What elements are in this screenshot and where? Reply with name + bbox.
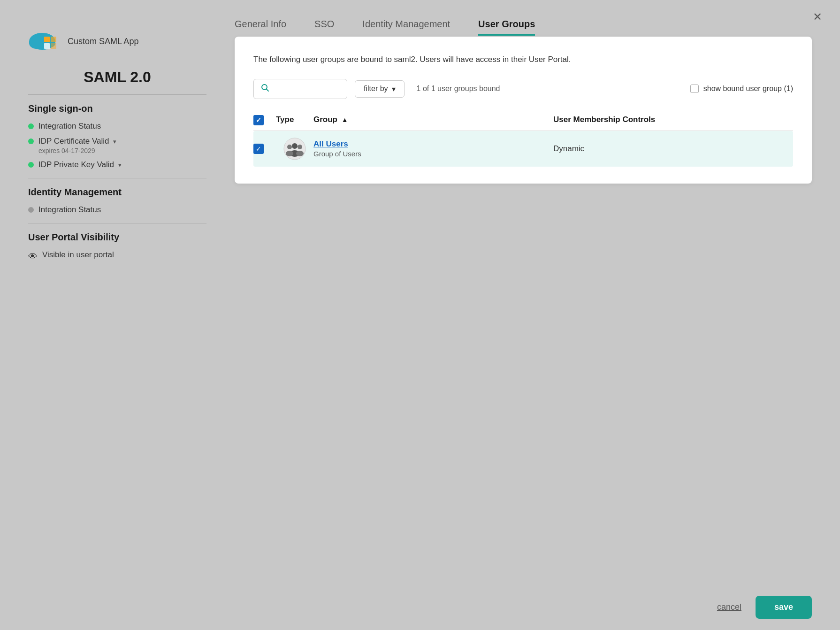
chevron-down-icon: ▾: [113, 138, 116, 145]
svg-point-12: [287, 145, 292, 149]
sidebar-item-label: Integration Status: [38, 205, 101, 215]
app-header: Custom SAML App: [28, 28, 206, 54]
close-button[interactable]: ✕: [809, 8, 826, 25]
user-groups-panel: The following user groups are bound to s…: [235, 37, 812, 184]
row-group-cell: All Users Group of Users: [313, 139, 553, 158]
sidebar-item-idp-key[interactable]: IDP Private Key Valid ▾: [28, 160, 206, 169]
svg-point-13: [286, 151, 293, 156]
status-dot-green: [28, 123, 34, 129]
filter-by-label: filter by: [364, 85, 388, 93]
svg-point-14: [298, 145, 302, 149]
row-checkbox[interactable]: ✓: [253, 144, 264, 154]
cancel-button[interactable]: cancel: [717, 602, 741, 612]
tab-identity-management[interactable]: Identity Management: [362, 19, 450, 36]
svg-point-10: [292, 143, 298, 149]
app-title: SAML 2.0: [28, 69, 206, 86]
sidebar-item-label: IDP Private Key Valid ▾: [38, 160, 122, 169]
header-type: Type: [276, 115, 313, 125]
identity-section-title: Identity Management: [28, 187, 206, 198]
svg-rect-5: [44, 43, 50, 49]
group-subname: Group of Users: [313, 150, 553, 158]
sidebar-section-identity: Identity Management Integration Status: [28, 187, 206, 215]
header-checkbox-cell: ✓: [253, 115, 276, 125]
filter-by-button[interactable]: filter by ▾: [355, 80, 405, 98]
tab-user-groups[interactable]: User Groups: [478, 19, 535, 36]
sidebar-item-label: Integration Status: [38, 122, 101, 131]
row-membership-cell: Dynamic: [553, 144, 793, 154]
status-dot-gray: [28, 207, 34, 213]
sidebar: Custom SAML App SAML 2.0 Single sign-on …: [28, 19, 206, 584]
svg-rect-4: [51, 37, 56, 42]
show-bound-label[interactable]: show bound user group (1): [690, 85, 793, 93]
row-checkbox-cell: ✓: [253, 144, 276, 154]
group-name-link[interactable]: All Users: [313, 139, 553, 149]
sidebar-item-identity-status[interactable]: Integration Status: [28, 205, 206, 215]
search-icon: [260, 83, 270, 95]
portal-section-title: User Portal Visibility: [28, 232, 206, 243]
status-dot-green: [28, 138, 34, 144]
sidebar-item-integration-status[interactable]: Integration Status: [28, 122, 206, 131]
chevron-down-icon: ▾: [118, 161, 122, 169]
tab-navigation: General Info SSO Identity Management Use…: [235, 19, 812, 36]
search-box[interactable]: [253, 79, 347, 99]
sidebar-item-label: Visible in user portal: [42, 250, 114, 260]
sort-icon: ▲: [342, 116, 348, 123]
search-input[interactable]: [275, 85, 340, 93]
tab-sso[interactable]: SSO: [314, 19, 334, 36]
panel-description: The following user groups are bound to s…: [253, 54, 793, 66]
sidebar-item-visible[interactable]: 👁 Visible in user portal: [28, 250, 206, 262]
sidebar-item-label: IDP Certificate Valid ▾: [38, 137, 116, 146]
show-bound-checkbox[interactable]: [690, 85, 699, 93]
svg-line-8: [267, 89, 269, 91]
sidebar-item-sub: expires 04-17-2029: [38, 147, 116, 154]
content-area: General Info SSO Identity Management Use…: [235, 19, 812, 584]
table-row: ✓: [253, 131, 793, 167]
select-all-checkbox[interactable]: ✓: [253, 115, 264, 125]
app-name: Custom SAML App: [68, 37, 138, 46]
svg-rect-6: [51, 43, 56, 49]
svg-rect-3: [44, 37, 50, 42]
table-header: ✓ Type Group ▲ User Membership Controls: [253, 110, 793, 131]
search-filter-bar: filter by ▾ 1 of 1 user groups bound sho…: [253, 79, 793, 99]
bound-count-text: 1 of 1 user groups bound: [417, 85, 500, 93]
group-icon: [283, 138, 306, 160]
sidebar-item-idp-cert[interactable]: IDP Certificate Valid ▾ expires 04-17-20…: [28, 137, 206, 154]
show-bound-text: show bound user group (1): [703, 85, 793, 93]
status-dot-green: [28, 162, 34, 168]
tab-general-info[interactable]: General Info: [235, 19, 286, 36]
filter-chevron-icon: ▾: [392, 85, 396, 93]
sso-section-title: Single sign-on: [28, 103, 206, 114]
svg-point-1: [29, 38, 44, 49]
save-button[interactable]: save: [756, 596, 812, 619]
app-icon: [28, 28, 61, 54]
eye-icon: 👁: [28, 251, 38, 262]
row-type-cell: [276, 138, 313, 160]
footer: cancel save: [0, 584, 840, 630]
sidebar-section-sso: Single sign-on Integration Status IDP Ce…: [28, 103, 206, 169]
header-membership: User Membership Controls: [553, 115, 793, 125]
sidebar-section-portal: User Portal Visibility 👁 Visible in user…: [28, 232, 206, 262]
header-group: Group ▲: [313, 115, 553, 125]
user-groups-table: ✓ Type Group ▲ User Membership Controls …: [253, 110, 793, 167]
svg-point-15: [296, 151, 304, 156]
